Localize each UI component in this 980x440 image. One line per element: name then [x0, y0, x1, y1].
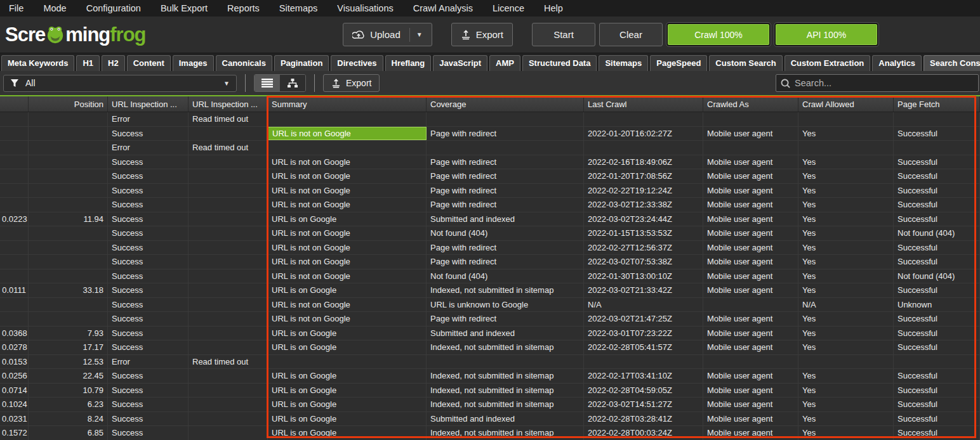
upload-button[interactable]: Upload ▼	[343, 23, 432, 46]
table-cell[interactable]: 0.0278	[0, 340, 29, 354]
table-cell[interactable]	[189, 184, 268, 198]
table-cell[interactable]: Submitted and indexed	[427, 412, 584, 426]
table-cell[interactable]: 11.94	[29, 212, 108, 226]
table-cell[interactable]	[189, 327, 268, 340]
table-cell[interactable]	[29, 169, 108, 183]
caret-down-icon[interactable]: ▼	[416, 31, 423, 38]
table-cell[interactable]: Indexed, not submitted in sitemap	[427, 398, 584, 411]
table-cell[interactable]: Yes	[798, 412, 894, 426]
table-cell[interactable]	[29, 112, 108, 126]
table-cell[interactable]: Read timed out	[189, 355, 268, 369]
table-cell[interactable]: 2022-02-17T03:41:10Z	[584, 369, 703, 383]
table-row[interactable]: SuccessURL is not on GoogleURL is unknow…	[0, 298, 980, 313]
table-row[interactable]: 0.02318.24SuccessURL is on GoogleSubmitt…	[0, 412, 980, 427]
menu-item-sitemaps[interactable]: Sitemaps	[279, 3, 317, 13]
column-header-8[interactable]: Crawl Allowed	[798, 96, 894, 112]
table-cell[interactable]	[427, 112, 584, 126]
table-cell[interactable]	[0, 141, 29, 155]
table-cell[interactable]	[0, 226, 29, 240]
table-cell[interactable]: Successful	[894, 340, 980, 354]
table-cell[interactable]: URL is not on Google	[268, 169, 427, 183]
table-row[interactable]: SuccessURL is not on GooglePage with red…	[0, 127, 980, 141]
column-header-2[interactable]: URL Inspection ...	[108, 96, 189, 112]
table-cell[interactable]: URL is not on Google	[268, 269, 427, 283]
table-cell[interactable]: 0.0231	[0, 412, 29, 426]
table-cell[interactable]: Success	[108, 198, 189, 212]
table-cell[interactable]	[0, 241, 29, 255]
table-cell[interactable]: Success	[108, 241, 189, 255]
table-cell[interactable]: URL is not on Google	[268, 155, 427, 169]
table-cell[interactable]: Yes	[798, 212, 894, 226]
tab-search-console[interactable]: Search Console	[924, 55, 980, 71]
column-header-9[interactable]: Page Fetch	[894, 96, 980, 112]
table-cell[interactable]	[798, 355, 894, 369]
menu-item-configuration[interactable]: Configuration	[86, 3, 141, 13]
table-cell[interactable]	[0, 198, 29, 212]
table-cell[interactable]: 2022-02-28T03:28:41Z	[584, 412, 703, 426]
table-cell[interactable]: 2022-03-02T12:33:38Z	[584, 198, 703, 212]
table-cell[interactable]	[268, 112, 427, 126]
table-cell[interactable]: Yes	[798, 255, 894, 269]
filter-export-button[interactable]: Export	[323, 74, 380, 92]
table-cell[interactable]	[584, 355, 703, 369]
table-cell[interactable]: Successful	[894, 198, 980, 212]
table-cell[interactable]: Successful	[894, 212, 980, 226]
tab-custom-search[interactable]: Custom Search	[709, 55, 782, 71]
table-cell[interactable]: 0.0368	[0, 327, 29, 340]
table-cell[interactable]: Mobile user agent	[703, 184, 798, 198]
table-cell[interactable]: 0.0256	[0, 369, 29, 383]
table-cell[interactable]: Success	[108, 312, 189, 326]
column-header-0[interactable]	[0, 96, 29, 112]
column-header-7[interactable]: Crawled As	[703, 96, 798, 112]
table-cell[interactable]: Yes	[798, 184, 894, 198]
table-cell[interactable]: URL is on Google	[268, 398, 427, 411]
table-cell[interactable]: Yes	[798, 269, 894, 283]
clear-button[interactable]: Clear	[599, 23, 663, 46]
table-cell[interactable]	[29, 298, 108, 312]
table-cell[interactable]	[894, 112, 980, 126]
table-cell[interactable]: 2022-01-30T13:00:10Z	[584, 269, 703, 283]
table-cell[interactable]	[189, 169, 268, 183]
table-cell[interactable]: Yes	[798, 198, 894, 212]
table-cell[interactable]: 2022-03-01T07:23:22Z	[584, 327, 703, 340]
table-cell[interactable]	[189, 269, 268, 283]
table-cell[interactable]: Successful	[894, 384, 980, 398]
table-cell[interactable]: N/A	[584, 298, 703, 312]
search-input[interactable]	[795, 78, 974, 88]
table-cell[interactable]: 33.18	[29, 283, 108, 297]
menu-item-crawl-analysis[interactable]: Crawl Analysis	[413, 3, 473, 13]
table-cell[interactable]: 2022-01-20T16:02:27Z	[584, 127, 703, 141]
table-cell[interactable]: Yes	[798, 369, 894, 383]
table-cell[interactable]: URL is on Google	[268, 369, 427, 383]
table-row[interactable]: SuccessURL is not on GooglePage with red…	[0, 312, 980, 327]
table-cell[interactable]: Indexed, not submitted in sitemap	[427, 369, 584, 383]
table-cell[interactable]	[189, 412, 268, 426]
tab-canonicals[interactable]: Canonicals	[216, 55, 272, 71]
table-cell[interactable]: Mobile user agent	[703, 327, 798, 340]
table-cell[interactable]	[29, 141, 108, 155]
table-cell[interactable]: Mobile user agent	[703, 340, 798, 354]
table-cell[interactable]: Indexed, not submitted in sitemap	[427, 426, 584, 440]
table-cell[interactable]	[894, 141, 980, 155]
table-cell[interactable]: 7.93	[29, 327, 108, 340]
column-header-3[interactable]: URL Inspection ...	[189, 96, 268, 112]
table-cell[interactable]: Success	[108, 398, 189, 411]
table-cell[interactable]	[0, 269, 29, 283]
table-cell[interactable]	[189, 212, 268, 226]
table-cell[interactable]: 6.23	[29, 398, 108, 411]
table-cell[interactable]	[29, 127, 108, 141]
table-cell[interactable]	[189, 298, 268, 312]
table-cell[interactable]: Yes	[798, 241, 894, 255]
table-cell[interactable]: Yes	[798, 155, 894, 169]
table-cell[interactable]: 0.0223	[0, 212, 29, 226]
table-cell[interactable]: URL is on Google	[268, 212, 427, 226]
table-cell[interactable]: Successful	[894, 155, 980, 169]
table-cell[interactable]: Mobile user agent	[703, 312, 798, 326]
table-cell[interactable]: Successful	[894, 184, 980, 198]
table-cell[interactable]: URL is not on Google	[268, 184, 427, 198]
table-cell[interactable]: Page with redirect	[427, 255, 584, 269]
table-cell[interactable]: 2022-03-02T14:51:27Z	[584, 398, 703, 411]
table-cell[interactable]	[0, 155, 29, 169]
table-cell[interactable]	[189, 241, 268, 255]
table-cell[interactable]: Unknown	[894, 298, 980, 312]
